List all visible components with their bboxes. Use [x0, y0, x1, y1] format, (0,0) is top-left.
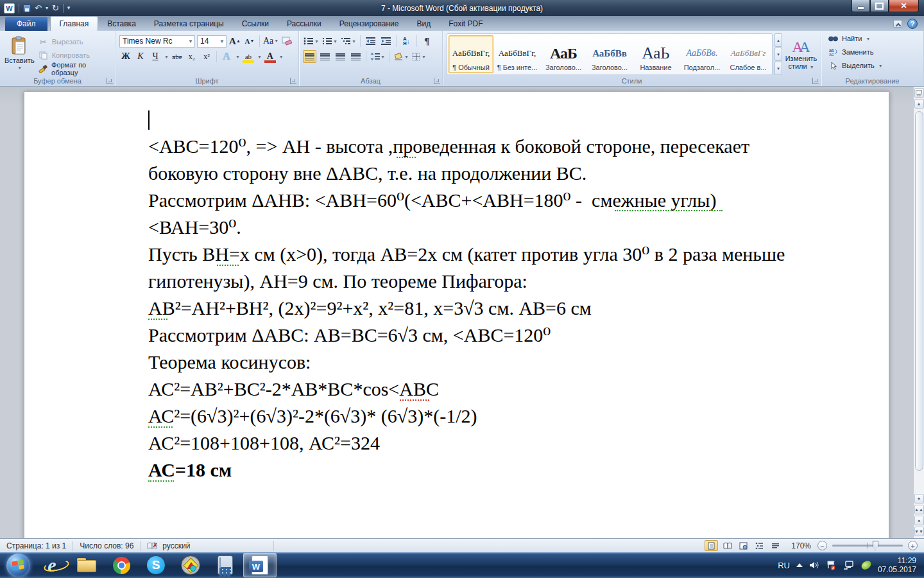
font-color-button[interactable]: А	[264, 50, 277, 63]
select-button[interactable]: Выделить▼	[828, 60, 923, 71]
tab-view[interactable]: Вид	[407, 17, 440, 31]
grow-font-button[interactable]: А▲	[228, 35, 241, 48]
taskbar-file-explorer[interactable]	[70, 553, 103, 577]
next-page-icon[interactable]: ▼▼	[914, 527, 924, 536]
strikethrough-button[interactable]: abe	[171, 50, 184, 63]
text-effects-dropdown-icon[interactable]: ▼	[235, 55, 240, 59]
underline-dropdown-icon[interactable]: ▼	[164, 55, 169, 59]
document-text[interactable]: <АВС=120⁰, => АН - высота ,проведенная к…	[24, 92, 889, 484]
text-effects-button[interactable]: А	[220, 50, 233, 63]
vertical-scrollbar[interactable]: ▲ ▼ ▲▲ ● ▼▼	[913, 87, 924, 538]
italic-button[interactable]: К	[134, 50, 147, 63]
fullscreen-reading-view-button[interactable]	[721, 540, 734, 551]
taskbar-calculator[interactable]	[209, 553, 242, 577]
align-right-button[interactable]	[334, 50, 347, 63]
zoom-out-icon[interactable]: −	[817, 541, 827, 550]
sort-button[interactable]: АЯ ↓	[400, 35, 413, 48]
tab-insert[interactable]: Вставка	[98, 17, 145, 31]
change-styles-button[interactable]: АА Изменить стили ▼	[784, 33, 818, 75]
underline-button[interactable]: Ч	[149, 50, 162, 63]
start-button[interactable]	[6, 554, 30, 577]
ruler-toggle-icon[interactable]	[914, 88, 924, 98]
numbering-button[interactable]: ▼	[321, 35, 338, 48]
shading-button[interactable]: ▼	[393, 50, 409, 63]
spellcheck-status[interactable]: ✗ русский	[141, 539, 196, 552]
scroll-up-icon[interactable]: ▲	[914, 99, 924, 109]
tab-file[interactable]: Файл	[5, 17, 47, 31]
font-dialog-launcher-icon[interactable]	[290, 78, 296, 84]
word-count[interactable]: Число слов: 96	[73, 539, 140, 552]
previous-page-icon[interactable]: ▲▲	[914, 505, 924, 514]
style-no-spacing[interactable]: АаБбВвГг, ¶ Без инте...	[495, 35, 540, 73]
language-indicator[interactable]: RU	[778, 561, 790, 570]
tab-foxit-pdf[interactable]: Foxit PDF	[440, 17, 492, 31]
style-title[interactable]: АаЬ Название	[633, 35, 678, 73]
cut-button[interactable]: ✂ Вырезать	[38, 36, 112, 48]
styles-dialog-launcher-icon[interactable]	[812, 78, 819, 84]
decrease-indent-button[interactable]	[364, 35, 377, 48]
outline-view-button[interactable]	[753, 540, 766, 551]
taskbar-word[interactable]: W	[243, 553, 277, 577]
increase-indent-button[interactable]	[379, 35, 393, 48]
draft-view-button[interactable]	[769, 540, 782, 551]
minimize-button[interactable]	[851, 0, 870, 12]
tab-mailings[interactable]: Рассылки	[278, 17, 330, 31]
style-heading2[interactable]: АаБбВв Заголово...	[587, 35, 632, 73]
justify-button[interactable]	[349, 50, 363, 63]
scrollbar-thumb[interactable]	[915, 111, 923, 471]
styles-more-icon[interactable]: ▼	[774, 62, 782, 75]
document-page[interactable]: <АВС=120⁰, => АН - высота ,проведенная к…	[24, 92, 889, 538]
taskbar-chrome[interactable]	[105, 553, 138, 577]
line-spacing-button[interactable]: ▼	[370, 50, 386, 63]
highlight-button[interactable]: ab	[242, 50, 255, 63]
style-subtle-emphasis[interactable]: АаБбВвГг Слабое в...	[726, 35, 771, 73]
taskbar-internet-explorer[interactable]: e	[35, 553, 69, 577]
paste-button[interactable]: Вставить ▼	[4, 33, 35, 75]
multilevel-list-button[interactable]: ▼	[340, 35, 357, 48]
print-layout-view-button[interactable]	[705, 540, 718, 551]
volume-icon[interactable]	[809, 561, 819, 570]
style-subtitle[interactable]: АаБбВв. Подзагол...	[680, 35, 724, 73]
action-center-flag-icon[interactable]: ✗	[826, 561, 837, 570]
superscript-button[interactable]: х²	[200, 50, 213, 63]
highlight-dropdown-icon[interactable]: ▼	[257, 55, 262, 59]
close-button[interactable]: ✕	[889, 0, 919, 12]
network-icon[interactable]	[843, 561, 855, 570]
paragraph-dialog-launcher-icon[interactable]	[434, 78, 440, 84]
style-heading1[interactable]: АаБ Заголово...	[541, 35, 586, 73]
align-left-button[interactable]	[303, 50, 316, 63]
font-color-dropdown-icon[interactable]: ▼	[279, 55, 284, 59]
tab-references[interactable]: Ссылки	[233, 17, 278, 31]
scroll-down-icon[interactable]: ▼	[914, 494, 924, 504]
bold-button[interactable]: Ж	[119, 50, 132, 63]
collapse-ribbon-icon[interactable]	[893, 20, 902, 28]
borders-button[interactable]: ▼	[411, 50, 427, 63]
tab-home[interactable]: Главная	[50, 16, 99, 31]
web-layout-view-button[interactable]	[737, 540, 750, 551]
zoom-in-icon[interactable]: +	[908, 541, 918, 550]
format-painter-button[interactable]: Формат по образцу	[38, 63, 112, 74]
page-indicator[interactable]: Страница: 1 из 1	[0, 539, 73, 552]
find-button[interactable]: Найти▼	[828, 33, 923, 44]
clear-formatting-button[interactable]	[280, 35, 293, 48]
antivirus-icon[interactable]	[860, 560, 872, 571]
help-icon[interactable]: ?	[907, 19, 918, 29]
styles-scroll-up-icon[interactable]: ▲	[774, 33, 782, 47]
styles-scroll-down-icon[interactable]: ▼	[774, 48, 782, 61]
taskbar-geometry-app[interactable]	[174, 553, 207, 577]
copy-button[interactable]: Копировать	[38, 49, 112, 61]
show-hidden-icons-icon[interactable]	[796, 563, 803, 567]
zoom-level[interactable]: 170%	[791, 541, 811, 550]
align-center-button[interactable]	[318, 50, 332, 63]
change-case-button[interactable]: Аа▼	[263, 35, 278, 48]
taskbar-skype[interactable]: S	[139, 553, 173, 577]
tab-page-layout[interactable]: Разметка страницы	[145, 17, 233, 31]
bullets-button[interactable]: ▼	[303, 35, 320, 48]
zoom-slider[interactable]	[832, 545, 903, 547]
select-browse-object-icon[interactable]: ●	[914, 516, 924, 525]
subscript-button[interactable]: х₂	[185, 50, 198, 63]
clipboard-dialog-launcher-icon[interactable]	[107, 78, 113, 84]
maximize-button[interactable]	[870, 0, 889, 12]
tab-review[interactable]: Рецензирование	[330, 17, 408, 31]
style-normal[interactable]: АаБбВвГг, ¶ Обычный	[449, 35, 493, 73]
